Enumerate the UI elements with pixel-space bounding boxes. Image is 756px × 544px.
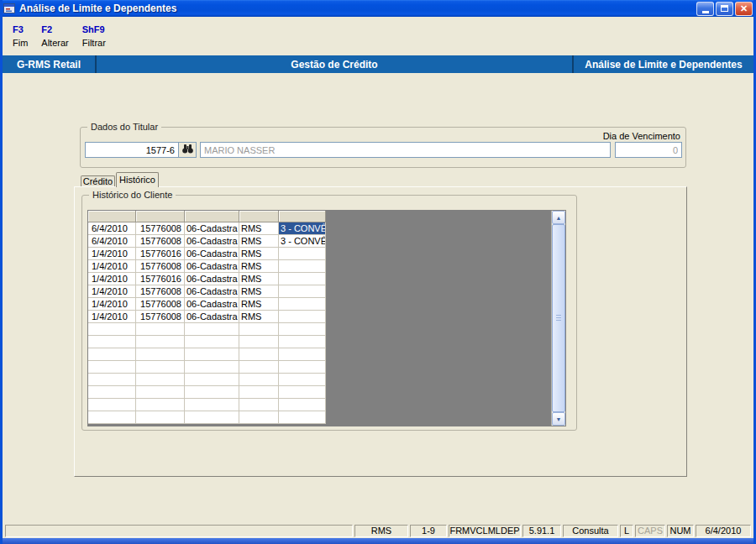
grid-cell[interactable] — [136, 348, 185, 361]
grid-cell[interactable]: 1/4/2010 — [88, 311, 136, 323]
grid-cell[interactable]: 1/4/2010 — [88, 248, 136, 260]
grid-cell[interactable]: 15776008 — [136, 285, 185, 298]
grid-cell[interactable]: 06-Cadastra — [185, 260, 239, 273]
grid-cell[interactable] — [239, 361, 279, 374]
tab-credito[interactable]: Crédito — [81, 175, 115, 187]
close-button[interactable]: ✕ — [735, 2, 753, 16]
titlebar[interactable]: Análise de Limite e Dependentes ✕ — [0, 0, 756, 17]
grid-cell[interactable]: 15776008 — [136, 235, 185, 248]
grid-cell[interactable]: 1/4/2010 — [88, 285, 136, 298]
grid-cell[interactable] — [279, 399, 326, 411]
scroll-up-button[interactable]: ▲ — [552, 211, 565, 224]
grid-cell[interactable]: 06-Cadastra — [185, 298, 239, 311]
grid-cell[interactable]: 15776008 — [136, 222, 185, 235]
grid-cell[interactable] — [185, 361, 239, 374]
grid-cell[interactable] — [239, 399, 279, 411]
grid-cell[interactable] — [279, 336, 326, 348]
grid-cell[interactable]: 1/4/2010 — [88, 260, 136, 273]
minimize-button[interactable] — [696, 2, 714, 16]
titular-code-input[interactable] — [85, 142, 179, 158]
grid-cell[interactable] — [279, 273, 326, 285]
grid-cell[interactable] — [279, 298, 326, 311]
grid-cell[interactable]: 06-Cadastra — [185, 311, 239, 323]
toolbar-item-alterar[interactable]: F2Alterar — [41, 24, 68, 52]
grid-cell[interactable]: 3 - CONVÊN — [279, 222, 326, 235]
grid-cell[interactable] — [136, 323, 185, 336]
grid-cell[interactable]: RMS — [239, 285, 279, 298]
grid-cell[interactable]: 15776016 — [136, 273, 185, 285]
grid-cell[interactable] — [279, 348, 326, 361]
grid-cell[interactable]: 06-Cadastra — [185, 222, 239, 235]
grid-cell[interactable]: RMS — [239, 298, 279, 311]
grid-header-cell[interactable] — [136, 211, 185, 222]
grid-cell[interactable] — [88, 374, 136, 386]
grid-cell[interactable] — [88, 348, 136, 361]
grid-cell[interactable] — [185, 336, 239, 348]
grid-header-cell[interactable] — [279, 211, 326, 222]
grid-cell[interactable] — [279, 248, 326, 260]
grid-cell[interactable] — [185, 399, 239, 411]
grid-cell[interactable]: RMS — [239, 260, 279, 273]
grid-cell[interactable]: 15776008 — [136, 311, 185, 323]
grid-cell[interactable] — [239, 374, 279, 386]
grid-cell[interactable] — [88, 336, 136, 348]
grid-cell[interactable] — [88, 411, 136, 424]
grid-cell[interactable]: 6/4/2010 — [88, 235, 136, 248]
grid-cell[interactable] — [279, 323, 326, 336]
grid-cell[interactable]: 15776008 — [136, 298, 185, 311]
grid-cell[interactable] — [88, 361, 136, 374]
grid-cell[interactable] — [185, 374, 239, 386]
grid-cell[interactable]: 06-Cadastra — [185, 285, 239, 298]
grid-cell[interactable] — [136, 411, 185, 424]
grid-cell[interactable] — [239, 348, 279, 361]
grid-cell[interactable]: RMS — [239, 248, 279, 260]
grid-cell[interactable] — [185, 348, 239, 361]
grid-cell[interactable] — [136, 336, 185, 348]
grid-cell[interactable] — [279, 285, 326, 298]
toolbar-item-filtrar[interactable]: ShF9Filtrar — [82, 24, 106, 52]
grid-cell[interactable]: 3 - CONVÊN — [279, 235, 326, 248]
grid-cell[interactable]: 15776016 — [136, 248, 185, 260]
grid-cell[interactable] — [279, 374, 326, 386]
grid-cell[interactable] — [239, 323, 279, 336]
tab-historico[interactable]: Histórico — [116, 172, 159, 187]
grid-cell[interactable] — [136, 374, 185, 386]
scrollbar-thumb[interactable] — [552, 224, 565, 412]
grid-header-cell[interactable] — [185, 211, 239, 222]
grid-cell[interactable]: RMS — [239, 235, 279, 248]
grid-cell[interactable]: 15776008 — [136, 260, 185, 273]
grid-cell[interactable]: 06-Cadastra — [185, 248, 239, 260]
grid-cell[interactable]: RMS — [239, 222, 279, 235]
restore-button[interactable] — [716, 2, 733, 16]
grid-cell[interactable] — [136, 386, 185, 399]
grid-cell[interactable] — [88, 386, 136, 399]
grid-cell[interactable] — [239, 386, 279, 399]
vertical-scrollbar[interactable]: ▲ ▼ — [551, 211, 565, 426]
grid-cell[interactable]: 6/4/2010 — [88, 222, 136, 235]
toolbar-item-fim[interactable]: F3Fim — [13, 24, 28, 52]
grid-cell[interactable]: 06-Cadastra — [185, 273, 239, 285]
grid-cell[interactable]: RMS — [239, 273, 279, 285]
grid-cell[interactable] — [88, 323, 136, 336]
lookup-button[interactable] — [179, 142, 197, 158]
grid-cell[interactable] — [185, 323, 239, 336]
grid-header-cell[interactable] — [88, 211, 136, 222]
grid-cell[interactable]: RMS — [239, 311, 279, 323]
grid-cell[interactable] — [279, 311, 326, 323]
scroll-down-button[interactable]: ▼ — [552, 412, 565, 426]
grid-cell[interactable] — [185, 386, 239, 399]
grid-cell[interactable] — [279, 260, 326, 273]
grid-header-cell[interactable] — [239, 211, 279, 222]
grid-cell[interactable]: 06-Cadastra — [185, 235, 239, 248]
grid-cell[interactable] — [185, 411, 239, 424]
grid-cell[interactable] — [279, 411, 326, 424]
grid-cell[interactable] — [279, 386, 326, 399]
grid-cell[interactable] — [136, 361, 185, 374]
grid-cell[interactable] — [239, 411, 279, 424]
grid-cell[interactable] — [239, 336, 279, 348]
grid-cell[interactable] — [88, 399, 136, 411]
grid-cell[interactable]: 1/4/2010 — [88, 273, 136, 285]
grid-cell[interactable] — [279, 361, 326, 374]
grid-cell[interactable]: 1/4/2010 — [88, 298, 136, 311]
grid-cell[interactable] — [136, 399, 185, 411]
